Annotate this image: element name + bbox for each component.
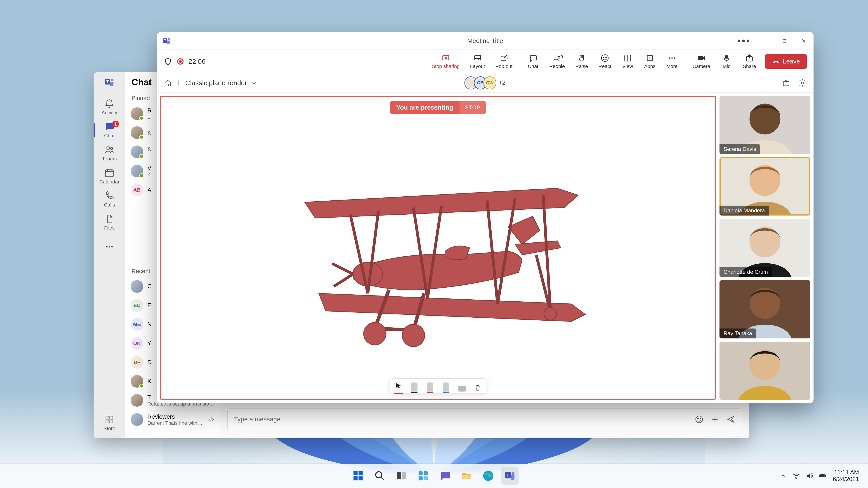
rail-store[interactable]: Store	[94, 412, 125, 434]
more-button[interactable]: More	[661, 50, 683, 73]
participant-tile[interactable]	[719, 341, 810, 400]
apps-button[interactable]: Apps	[639, 50, 661, 73]
shield-icon[interactable]	[164, 57, 172, 66]
svg-rect-64	[424, 471, 428, 475]
svg-rect-13	[110, 420, 113, 423]
wifi-icon[interactable]	[793, 472, 800, 480]
camera-button[interactable]: Camera	[688, 50, 715, 73]
task-view-button[interactable]	[393, 467, 410, 485]
svg-point-4	[107, 147, 110, 150]
search-button[interactable]	[371, 467, 389, 485]
edge-button[interactable]	[479, 467, 497, 485]
meeting-title: Meeting Title	[157, 37, 813, 44]
participant-tile[interactable]: Ray Tanaka	[719, 280, 810, 338]
shared-content-plane	[161, 97, 715, 399]
participant-tile[interactable]: Charlotte de Crum	[719, 219, 810, 277]
pop-out-button[interactable]: Pop out	[491, 50, 518, 73]
pen-red-tool[interactable]	[425, 380, 435, 392]
eraser-tool[interactable]	[457, 380, 467, 392]
raise-hand-button[interactable]: Raise	[570, 50, 593, 73]
participant-strip: Serena DavisDaniela ManderaCharlotte de …	[719, 96, 810, 400]
meeting-window: T Meeting Title 22:06 Stop sharing Layou…	[157, 32, 813, 403]
svg-rect-12	[106, 420, 109, 423]
taskbar-clock[interactable]: 11:11 AM 6/24/2021	[833, 469, 859, 483]
compose-input[interactable]	[234, 416, 690, 423]
rail-chat[interactable]: 1 Chat	[94, 119, 125, 141]
svg-point-3	[111, 78, 114, 81]
view-button[interactable]: View	[617, 50, 639, 73]
participant-tile[interactable]: Daniela Mandera	[719, 157, 810, 216]
svg-point-36	[674, 57, 675, 59]
rail-teams[interactable]: Teams	[94, 142, 125, 164]
svg-rect-61	[397, 472, 401, 480]
pen-black-tool[interactable]	[409, 380, 419, 392]
emoji-icon[interactable]	[694, 415, 704, 424]
svg-point-71	[512, 472, 515, 475]
rail-more[interactable]	[94, 236, 125, 258]
svg-point-8	[109, 246, 110, 248]
chat-item[interactable]: ReviewersDarren: Thats fine with me5/2	[125, 410, 220, 429]
svg-rect-67	[462, 475, 471, 480]
leave-button[interactable]: Leave	[765, 54, 807, 69]
rail-calls[interactable]: Calls	[94, 188, 125, 210]
meeting-toolbar: 22:06 Stop sharing Layout Pop out Chat 9	[157, 50, 813, 73]
tray-chevron-icon[interactable]	[779, 472, 787, 480]
svg-point-27	[555, 56, 557, 58]
document-title-dropdown[interactable]: Classic plane render	[185, 79, 257, 87]
svg-rect-6	[105, 170, 114, 177]
battery-icon[interactable]	[819, 472, 827, 480]
svg-point-22	[747, 39, 749, 42]
people-button[interactable]: 9 People	[544, 50, 570, 73]
chat-badge: 1	[112, 121, 119, 127]
meeting-titlebar[interactable]: T Meeting Title	[157, 32, 813, 50]
rail-files[interactable]: Files	[94, 212, 125, 233]
svg-point-20	[738, 39, 740, 42]
participant-name: Charlotte de Crum	[719, 267, 772, 277]
rail-calendar[interactable]: Calendar	[94, 165, 125, 187]
svg-point-5	[111, 147, 113, 150]
send-icon[interactable]	[726, 415, 735, 424]
rail-label: Calls	[104, 202, 115, 208]
svg-point-55	[749, 350, 780, 381]
close-button[interactable]	[794, 32, 813, 50]
pen-blue-tool[interactable]	[441, 380, 451, 392]
volume-icon[interactable]	[806, 472, 813, 480]
participant-name: Serena Davis	[719, 144, 760, 154]
maximize-button[interactable]	[775, 32, 794, 50]
share-button[interactable]: Share	[738, 50, 761, 73]
svg-rect-11	[110, 416, 113, 419]
start-button[interactable]	[349, 467, 367, 485]
clear-all-tool[interactable]	[473, 380, 483, 392]
rail-activity[interactable]: Activity	[94, 96, 125, 118]
svg-point-47	[749, 104, 780, 135]
svg-point-53	[749, 288, 780, 319]
collaborator-avatars[interactable]: CB CW +2	[465, 77, 506, 89]
message-compose[interactable]	[227, 409, 742, 430]
svg-point-31	[606, 57, 606, 58]
chevron-down-icon	[251, 79, 257, 86]
rail-label: Chat	[104, 133, 115, 139]
app-rail: T Activity 1 Chat Teams Calendar Calls F…	[94, 72, 125, 438]
file-explorer-button[interactable]	[458, 467, 475, 485]
widgets-button[interactable]	[414, 467, 432, 485]
minimize-button[interactable]	[755, 32, 775, 50]
participant-tile[interactable]: Serena Davis	[719, 96, 810, 154]
react-button[interactable]: React	[593, 50, 616, 73]
teams-taskbar-button[interactable]: T	[501, 467, 519, 485]
svg-point-72	[796, 478, 797, 479]
layout-button[interactable]: Layout	[465, 50, 490, 73]
rail-label: Calendar	[99, 179, 119, 185]
system-tray[interactable]: 11:11 AM 6/24/2021	[779, 464, 859, 488]
chat-app-button[interactable]	[436, 467, 454, 485]
plus-icon[interactable]	[710, 415, 719, 424]
mic-button[interactable]: Mic	[716, 50, 737, 73]
cursor-tool[interactable]	[394, 380, 403, 392]
titlebar-more-icon[interactable]	[735, 32, 752, 50]
share-link-icon[interactable]	[782, 78, 790, 87]
chat-button[interactable]: Chat	[522, 50, 544, 73]
stop-sharing-button[interactable]: Stop sharing	[427, 50, 465, 73]
home-icon[interactable]	[164, 79, 172, 87]
settings-icon[interactable]	[798, 78, 807, 87]
svg-point-34	[669, 57, 671, 59]
presentation-stage[interactable]: You are presenting STOP	[160, 96, 716, 400]
